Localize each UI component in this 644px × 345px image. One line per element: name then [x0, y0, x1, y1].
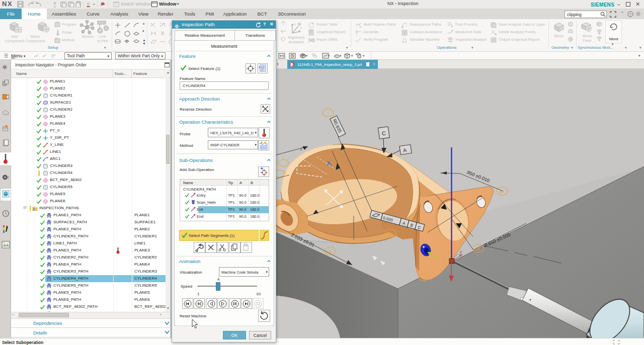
svg-text:z: z [294, 23, 296, 26]
svg-text:46: 46 [387, 232, 392, 236]
svg-text:z: z [460, 249, 462, 254]
svg-text:x: x [300, 26, 302, 29]
svg-text:?: ? [629, 12, 631, 17]
svg-text:▾: ▾ [93, 3, 95, 6]
